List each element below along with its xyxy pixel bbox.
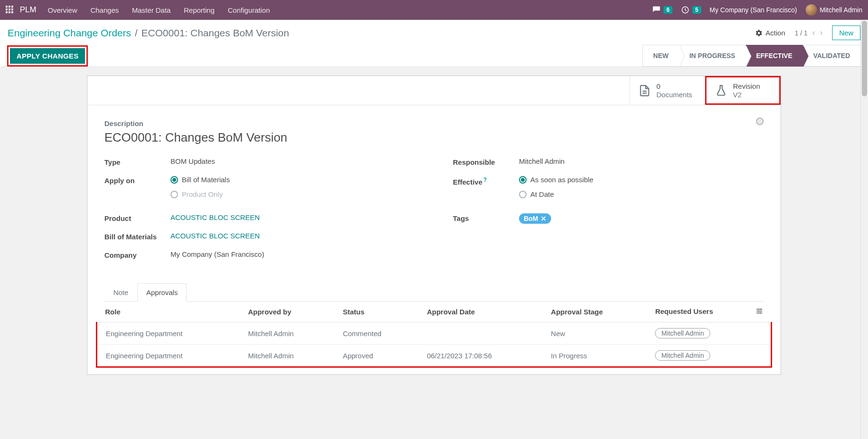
company-name: My Company (San Francisco) — [710, 6, 797, 14]
scrollbar-thumb[interactable] — [862, 21, 867, 96]
cell-status: Approved — [334, 345, 418, 367]
messages-count: 6 — [664, 6, 672, 14]
apply-on-product-radio[interactable]: Product Only — [170, 190, 223, 198]
cell-requested: Mitchell Admin — [647, 345, 771, 367]
pager-next[interactable]: › — [820, 28, 823, 38]
apply-changes-button[interactable]: APPLY CHANGES — [10, 48, 85, 64]
bom-label: Bill of Materials — [104, 232, 170, 241]
cell-role: Engineering Department — [97, 345, 240, 367]
cell-stage: New — [543, 322, 647, 345]
radio-dot-icon — [519, 191, 527, 198]
radio-dot-icon — [519, 176, 527, 184]
scrollbar[interactable] — [860, 20, 868, 383]
titlebar: Engineering Change Orders / ECO0001: Cha… — [0, 20, 868, 67]
user-menu[interactable]: Mitchell Admin — [806, 4, 862, 16]
company-switcher[interactable]: My Company (San Francisco) — [710, 6, 797, 14]
cell-date — [418, 322, 543, 345]
approvals-table: Role Approved by Status Approval Date Ap… — [96, 302, 772, 368]
avatar — [806, 4, 817, 16]
document-icon — [638, 84, 651, 97]
nav-changes[interactable]: Changes — [90, 6, 119, 14]
cell-role: Engineering Department — [97, 322, 240, 345]
pager: 1 / 1 ‹ › — [795, 28, 823, 38]
stage-effective[interactable]: EFFECTIVE — [746, 45, 803, 67]
app-title[interactable]: PLM — [20, 5, 36, 15]
col-role[interactable]: Role — [97, 302, 240, 322]
stage-validated[interactable]: VALIDATED — [803, 45, 860, 67]
svg-point-2 — [757, 311, 759, 312]
stage-new[interactable]: NEW — [642, 45, 679, 67]
tab-approvals[interactable]: Approvals — [137, 283, 187, 302]
speech-bubble-icon — [652, 6, 661, 14]
description-value[interactable]: ECO0001: Changes BoM Version — [104, 130, 764, 145]
type-value[interactable]: BOM Updates — [170, 157, 415, 166]
user-chip[interactable]: Mitchell Admin — [655, 328, 710, 338]
breadcrumb-current: ECO0001: Changes BoM Version — [141, 27, 289, 39]
action-label: Action — [766, 29, 785, 37]
clock-icon — [681, 6, 689, 14]
sliders-icon[interactable] — [756, 307, 763, 316]
table-row[interactable]: Engineering Department Mitchell Admin Co… — [97, 322, 772, 345]
product-link[interactable]: ACOUSTIC BLOC SCREEN — [170, 213, 260, 221]
pager-prev[interactable]: ‹ — [812, 28, 815, 38]
responsible-value[interactable]: Mitchell Admin — [519, 157, 764, 166]
apply-on-bom-radio[interactable]: Bill of Materials — [170, 176, 230, 184]
help-icon[interactable]: ? — [484, 177, 487, 183]
cell-requested: Mitchell Admin — [647, 322, 771, 345]
nav-master-data[interactable]: Master Data — [132, 6, 171, 14]
effective-label: Effective? — [453, 176, 519, 205]
revision-label: Revision — [733, 82, 760, 91]
svg-point-1 — [759, 309, 761, 310]
activities-count: 5 — [692, 6, 701, 14]
revision-button[interactable]: Revision V2 — [705, 76, 781, 105]
stage-in-progress[interactable]: IN PROGRESS — [679, 45, 746, 67]
product-label: Product — [104, 213, 170, 222]
breadcrumb: Engineering Change Orders / ECO0001: Cha… — [8, 27, 289, 39]
nav-configuration[interactable]: Configuration — [228, 6, 270, 14]
nav-reporting[interactable]: Reporting — [184, 6, 214, 14]
tags-label: Tags — [453, 213, 519, 224]
breadcrumb-root[interactable]: Engineering Change Orders — [8, 27, 131, 39]
apply-highlight: APPLY CHANGES — [7, 45, 88, 67]
svg-point-3 — [759, 312, 761, 314]
apply-on-label: Apply on — [104, 176, 170, 205]
kanban-state-dot[interactable] — [756, 118, 764, 125]
bom-link[interactable]: ACOUSTIC BLOC SCREEN — [170, 232, 260, 240]
nav-overview[interactable]: Overview — [48, 6, 77, 14]
user-chip[interactable]: Mitchell Admin — [655, 350, 710, 361]
col-status[interactable]: Status — [334, 302, 418, 322]
pager-text: 1 / 1 — [795, 29, 808, 37]
tag-bom[interactable]: BoM ✕ — [519, 213, 551, 224]
effective-atdate-radio[interactable]: At Date — [519, 190, 554, 198]
responsible-label: Responsible — [453, 157, 519, 166]
breadcrumb-sep: / — [135, 27, 138, 39]
type-label: Type — [104, 157, 170, 166]
radio-dot-icon — [170, 176, 178, 184]
documents-button[interactable]: 0 Documents — [630, 76, 705, 105]
remove-tag-icon[interactable]: ✕ — [541, 215, 546, 222]
flask-icon — [715, 84, 727, 97]
action-menu[interactable]: Action — [755, 29, 785, 37]
col-approved-by[interactable]: Approved by — [239, 302, 334, 322]
col-requested-users[interactable]: Requested Users — [647, 302, 771, 322]
col-approval-stage[interactable]: Approval Stage — [543, 302, 647, 322]
table-row[interactable]: Engineering Department Mitchell Admin Ap… — [97, 345, 772, 367]
top-nav: PLM Overview Changes Master Data Reporti… — [0, 0, 868, 20]
company-value[interactable]: My Company (San Francisco) — [170, 250, 415, 259]
gear-icon — [755, 29, 763, 37]
new-button[interactable]: New — [832, 25, 860, 40]
cell-date: 06/21/2023 17:08:56 — [418, 345, 543, 367]
cell-approved-by: Mitchell Admin — [239, 322, 334, 345]
activities-button[interactable]: 5 — [681, 6, 701, 14]
company-label: Company — [104, 250, 170, 259]
documents-count: 0 — [656, 82, 692, 91]
apps-icon[interactable] — [6, 6, 14, 14]
cell-stage: In Progress — [543, 345, 647, 367]
effective-asap-radio[interactable]: As soon as possible — [519, 176, 593, 184]
table-header-row: Role Approved by Status Approval Date Ap… — [97, 302, 772, 322]
table-body-highlight: Engineering Department Mitchell Admin Co… — [97, 322, 772, 367]
col-approval-date[interactable]: Approval Date — [418, 302, 543, 322]
tab-note[interactable]: Note — [104, 283, 137, 302]
messages-button[interactable]: 6 — [652, 6, 672, 14]
revision-value: V2 — [733, 91, 760, 99]
